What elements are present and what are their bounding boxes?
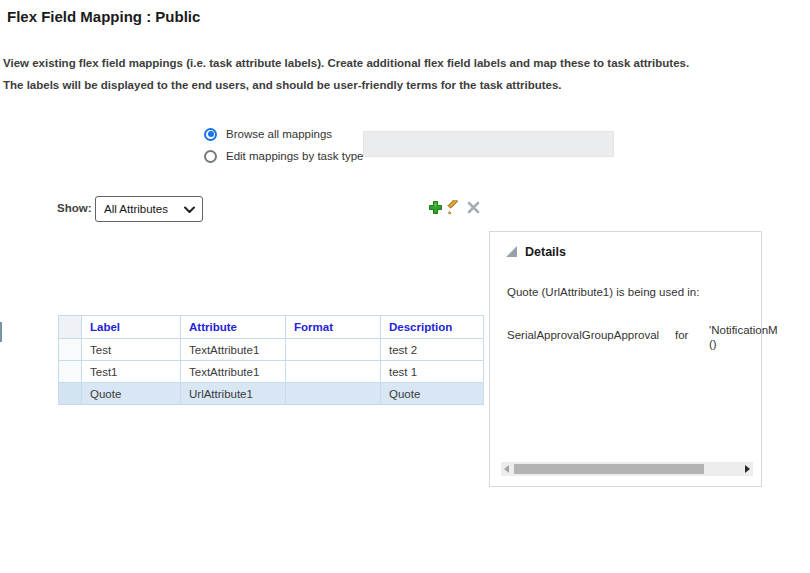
details-usage-text: Quote (UrlAttribute1) is being used in:	[507, 286, 699, 298]
scrollbar-right-arrow-icon[interactable]	[745, 465, 750, 473]
usage-task-name: SerialApprovalGroupApproval	[507, 329, 659, 341]
cell-label[interactable]: Test	[82, 339, 181, 361]
disclosure-triangle-icon[interactable]	[506, 246, 518, 258]
table-header-row: Label Attribute Format Description	[59, 316, 484, 339]
row-selector-cell[interactable]	[59, 339, 82, 361]
radio-button-icon[interactable]	[204, 128, 217, 141]
radio-button-icon[interactable]	[204, 150, 217, 163]
column-header-description[interactable]: Description	[381, 316, 484, 339]
cell-attribute[interactable]: TextAttribute1	[181, 339, 286, 361]
table-row[interactable]: Test TextAttribute1 test 2	[59, 339, 484, 361]
window-edge-fragment	[0, 322, 2, 342]
details-panel: Details Quote (UrlAttribute1) is being u…	[489, 231, 762, 487]
radio-label: Browse all mappings	[226, 128, 332, 140]
intro-line-1: View existing flex field mappings (i.e. …	[3, 57, 689, 69]
add-icon[interactable]	[427, 199, 443, 215]
details-title: Details	[525, 245, 566, 259]
usage-target-line-2: ()	[709, 338, 717, 350]
page-title: Flex Field Mapping : Public	[7, 8, 200, 25]
column-header-format[interactable]: Format	[286, 316, 381, 339]
intro-line-2: The labels will be displayed to the end …	[3, 79, 562, 91]
cell-label[interactable]: Quote	[82, 383, 181, 405]
radio-edit-mappings-by-task-type[interactable]: Edit mappings by task type	[204, 149, 363, 163]
details-horizontal-scrollbar[interactable]	[501, 462, 753, 476]
radio-label: Edit mappings by task type	[226, 150, 363, 162]
show-filter-select[interactable]: All Attributes	[95, 196, 203, 222]
usage-connector: for	[675, 329, 688, 341]
cell-description[interactable]: test 2	[381, 339, 484, 361]
radio-browse-all-mappings[interactable]: Browse all mappings	[204, 127, 332, 141]
delete-icon	[465, 199, 481, 215]
cell-description[interactable]: Quote	[381, 383, 484, 405]
column-header-attribute[interactable]: Attribute	[181, 316, 286, 339]
column-header-selector	[59, 316, 82, 339]
show-filter-selected-value: All Attributes	[104, 203, 184, 215]
usage-target-clipped: 'NotificationM ()	[709, 323, 779, 351]
show-filter-label: Show:	[57, 202, 92, 214]
details-panel-header[interactable]: Details	[506, 245, 566, 259]
cell-label[interactable]: Test1	[82, 361, 181, 383]
mapping-toolbar	[427, 199, 481, 215]
scrollbar-thumb[interactable]	[514, 464, 704, 474]
flex-field-mapping-page: Flex Field Mapping : Public View existin…	[0, 0, 810, 573]
cell-attribute[interactable]: TextAttribute1	[181, 361, 286, 383]
row-selector-cell[interactable]	[59, 361, 82, 383]
table-row-selected[interactable]: Quote UrlAttribute1 Quote	[59, 383, 484, 405]
task-type-field-disabled	[363, 131, 614, 157]
edit-icon[interactable]	[446, 199, 462, 215]
row-selector-cell[interactable]	[59, 383, 82, 405]
usage-target-line-1: 'NotificationM	[709, 324, 778, 336]
flex-field-mapping-table: Label Attribute Format Description Test …	[58, 315, 484, 405]
cell-format[interactable]	[286, 361, 381, 383]
chevron-down-icon	[184, 200, 195, 218]
cell-format[interactable]	[286, 383, 381, 405]
table-row[interactable]: Test1 TextAttribute1 test 1	[59, 361, 484, 383]
column-header-label[interactable]: Label	[82, 316, 181, 339]
cell-attribute[interactable]: UrlAttribute1	[181, 383, 286, 405]
cell-description[interactable]: test 1	[381, 361, 484, 383]
cell-format[interactable]	[286, 339, 381, 361]
scrollbar-left-arrow-icon[interactable]	[504, 465, 509, 473]
